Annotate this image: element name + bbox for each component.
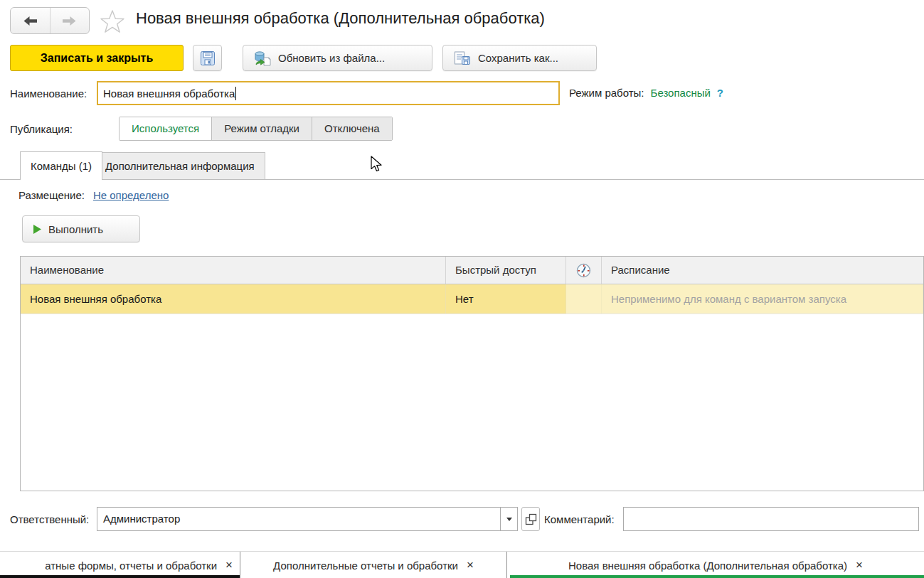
update-from-file-button[interactable]: Обновить из файла... [243,45,432,71]
arrow-left-icon [23,14,38,28]
work-mode-label: Режим работы: [569,87,644,99]
responsible-dropdown-button[interactable] [500,508,517,530]
save-as-icon [453,50,472,67]
forward-button[interactable] [50,8,90,33]
publication-label: Публикация: [10,123,73,135]
back-button[interactable] [11,8,50,33]
save-as-label: Сохранить как... [478,52,558,64]
favorite-star-icon[interactable] [99,9,126,34]
work-mode-value: Безопасный [651,87,711,99]
window-tab-bar: атные формы, отчеты и обработки × Дополн… [0,551,924,578]
open-form-icon [525,513,537,525]
commands-table: Наименование Быстрый доступ Расписание [20,256,924,491]
window-edge-strip [0,575,240,578]
database-refresh-icon [253,50,272,67]
window-tab-print-forms[interactable]: атные формы, отчеты и обработки × [0,552,240,578]
window-tab-label: атные формы, отчеты и обработки [45,560,217,572]
save-and-close-button[interactable]: Записать и закрыть [10,45,184,71]
publication-switch: Используется Режим отладки Отключена [119,117,393,141]
publication-option-debug[interactable]: Режим отладки [211,117,312,140]
clock-icon [575,262,592,279]
floppy-disk-icon [199,50,216,67]
responsible-combobox[interactable]: Администратор [97,507,518,531]
column-header-schedule[interactable]: Расписание [602,257,923,284]
cell-command-name[interactable]: Новая внешняя обработка [21,284,446,314]
comment-label: Комментарий: [544,513,615,525]
play-icon [33,224,42,235]
name-input[interactable]: Новая внешняя обработка [97,81,560,105]
column-header-name[interactable]: Наименование [21,257,446,284]
tabs-divider [0,179,924,180]
close-icon[interactable]: × [225,558,233,572]
column-header-quick-access[interactable]: Быстрый доступ [446,257,566,284]
column-header-scheduler[interactable] [566,257,602,284]
run-button-label: Выполнить [48,223,103,235]
text-caret [235,87,236,100]
responsible-value[interactable]: Администратор [97,508,500,530]
name-input-value: Новая внешняя обработка [103,87,235,100]
close-icon[interactable]: × [856,558,863,572]
commands-table-header: Наименование Быстрый доступ Расписание [21,257,923,284]
table-row: Новая внешняя обработка Нет Неприменимо … [21,284,923,314]
placement-link[interactable]: Не определено [93,189,169,201]
cell-scheduler[interactable] [566,284,602,314]
comment-input[interactable] [623,507,919,531]
close-icon[interactable]: × [467,558,474,572]
page-title: Новая внешняя обработка (Дополнительная … [136,9,545,28]
window-tab-new-external-processing[interactable]: Новая внешняя обработка (Дополнительная … [507,552,924,578]
save-as-button[interactable]: Сохранить как... [442,45,597,71]
publication-option-used[interactable]: Используется [120,117,211,140]
run-button[interactable]: Выполнить [22,215,140,242]
publication-option-disabled[interactable]: Отключена [312,117,392,140]
active-window-tab-indicator [510,575,924,578]
mouse-cursor-icon [370,156,386,173]
cell-quick-access[interactable]: Нет [446,284,566,314]
help-icon[interactable]: ? [717,87,723,99]
chevron-down-icon [506,518,512,521]
arrow-right-icon [62,14,77,28]
window-tab-additional-reports[interactable]: Дополнительные отчеты и обработки × [240,552,506,578]
responsible-label: Ответственный: [10,513,89,525]
tab-additional-info[interactable]: Дополнительная информация [95,152,265,179]
external-processing-form-window: Новая внешняя обработка (Дополнительная … [0,0,924,578]
window-tab-label: Новая внешняя обработка (Дополнительная … [568,560,847,572]
save-icon-button[interactable] [193,45,222,71]
window-tab-label: Дополнительные отчеты и обработки [273,560,458,572]
tab-commands[interactable]: Команды (1) [20,151,102,180]
name-label: Наименование: [10,87,87,100]
history-nav-group [10,7,90,34]
placement-label: Размещение: [18,189,85,201]
cell-schedule[interactable]: Неприменимо для команд с вариантом запус… [602,284,923,314]
update-from-file-label: Обновить из файла... [278,52,385,64]
responsible-open-button[interactable] [521,507,540,531]
